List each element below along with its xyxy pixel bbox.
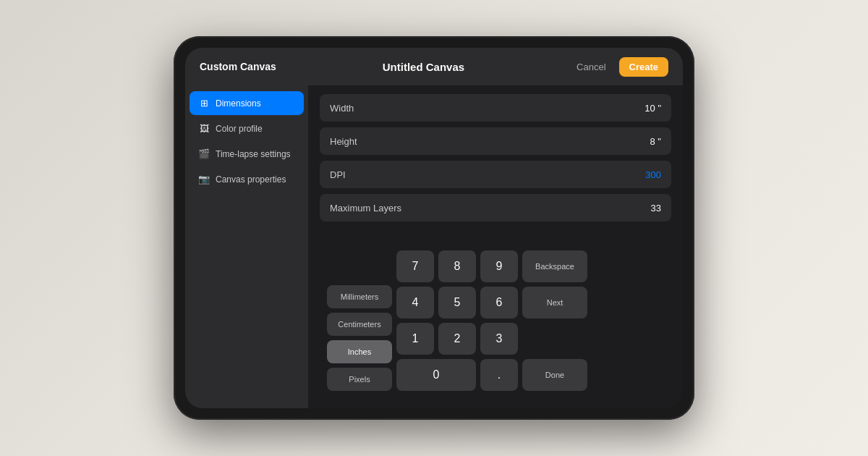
sidebar-item-canvas-properties[interactable]: 📷 Canvas properties (190, 167, 304, 191)
header: Custom Canvas Untitled Canvas Cancel Cre… (185, 48, 683, 85)
sidebar-label-dimensions: Dimensions (216, 98, 261, 109)
done-button[interactable]: Done (522, 359, 587, 391)
num-2[interactable]: 2 (438, 323, 476, 355)
num-0[interactable]: 0 (396, 359, 476, 391)
max-layers-value: 33 (651, 203, 661, 214)
header-actions: Cancel Create (571, 57, 668, 77)
tablet: Custom Canvas Untitled Canvas Cancel Cre… (174, 36, 694, 420)
action-column: Backspace Next Done (522, 250, 587, 391)
num-3[interactable]: 3 (480, 323, 518, 355)
sidebar-item-dimensions[interactable]: ⊞ Dimensions (190, 91, 304, 115)
canvas-properties-icon: 📷 (198, 174, 210, 185)
height-value: 8 " (650, 136, 661, 147)
num-8[interactable]: 8 (438, 250, 476, 282)
max-layers-label: Maximum Layers (330, 203, 401, 214)
done-wrapper: Done (522, 323, 587, 391)
create-button[interactable]: Create (619, 57, 668, 77)
header-title-section: Custom Canvas (200, 61, 276, 72)
num-5[interactable]: 5 (438, 287, 476, 318)
unit-millimeters[interactable]: Millimeters (327, 285, 392, 308)
sidebar-label-canvas-properties: Canvas properties (216, 174, 286, 185)
sidebar: ⊞ Dimensions 🖼 Color profile 🎬 Time-laps… (185, 85, 308, 408)
unit-inches[interactable]: Inches (327, 340, 392, 363)
unit-centimeters[interactable]: Centimeters (327, 313, 392, 336)
dpi-field[interactable]: DPI 300 (320, 161, 671, 188)
num-9[interactable]: 9 (480, 250, 518, 282)
max-layers-field[interactable]: Maximum Layers 33 (320, 194, 671, 221)
height-field[interactable]: Height 8 " (320, 127, 671, 155)
width-label: Width (330, 103, 354, 114)
tablet-screen: Custom Canvas Untitled Canvas Cancel Cre… (185, 48, 683, 408)
dpi-label: DPI (330, 169, 346, 180)
done-spacer (522, 323, 587, 355)
width-field[interactable]: Width 10 " (320, 94, 671, 122)
timelapse-icon: 🎬 (198, 148, 210, 159)
num-1[interactable]: 1 (396, 323, 434, 355)
width-value: 10 " (644, 103, 661, 114)
numpad-area: Millimeters Centimeters Inches Pixels 7 … (320, 245, 671, 400)
app-title: Custom Canvas (200, 61, 276, 72)
next-button[interactable]: Next (522, 287, 587, 318)
unit-column: Millimeters Centimeters Inches Pixels (327, 285, 392, 391)
spacer (320, 227, 671, 239)
color-profile-icon: 🖼 (198, 123, 210, 134)
backspace-button[interactable]: Backspace (522, 250, 587, 282)
sidebar-label-timelapse: Time-lapse settings (216, 149, 291, 159)
dpi-value: 300 (645, 169, 661, 180)
sidebar-item-timelapse[interactable]: 🎬 Time-lapse settings (190, 142, 304, 166)
canvas-name: Untitled Canvas (383, 61, 464, 73)
sidebar-item-color-profile[interactable]: 🖼 Color profile (190, 117, 304, 140)
main-content: ⊞ Dimensions 🖼 Color profile 🎬 Time-laps… (185, 85, 683, 408)
sidebar-label-color-profile: Color profile (216, 124, 263, 134)
num-dot[interactable]: . (480, 359, 518, 391)
cancel-button[interactable]: Cancel (571, 59, 611, 75)
dimensions-icon: ⊞ (198, 98, 210, 109)
num-4[interactable]: 4 (396, 287, 434, 318)
height-label: Height (330, 136, 357, 147)
num-7[interactable]: 7 (396, 250, 434, 282)
right-panel: Width 10 " Height 8 " DPI 300 Maximum La… (308, 85, 683, 408)
unit-pixels[interactable]: Pixels (327, 368, 392, 391)
num-6[interactable]: 6 (480, 287, 518, 318)
numpad-grid: 7 8 9 4 5 6 1 2 3 0 . (396, 250, 518, 391)
